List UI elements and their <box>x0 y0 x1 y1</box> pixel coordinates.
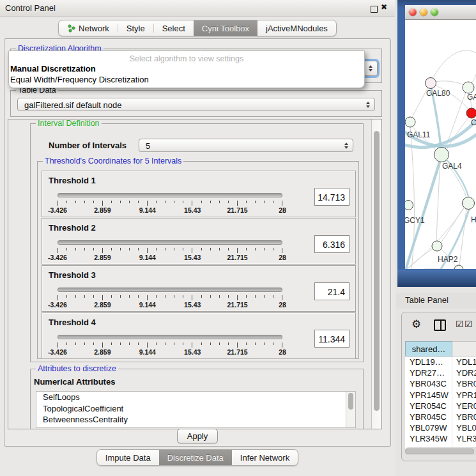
table-row[interactable]: YBR043CYBR0 <box>405 378 476 389</box>
table-row[interactable]: YPR145WYPR1 <box>405 390 476 401</box>
network-edge[interactable] <box>459 209 466 266</box>
network-node-gcy1[interactable] <box>405 201 413 210</box>
threshold-2-slider[interactable]: -3.4262.8599.14415.4321.71528 <box>58 240 282 262</box>
float-window-icon[interactable] <box>371 6 378 13</box>
attribute-list-item[interactable]: BetweennessCentrality <box>36 414 355 426</box>
threshold-1-slider[interactable]: -3.4262.8599.14415.4321.71528 <box>58 193 282 215</box>
zoom-traffic-light-icon[interactable] <box>431 8 438 16</box>
tick-label: 15.43 <box>184 254 201 261</box>
control-panel-titlebar: Control Panel ✖ <box>0 0 395 17</box>
column-header-name[interactable]: na <box>452 341 476 357</box>
table-cell-name[interactable]: YDL1 <box>452 357 476 367</box>
tick-mark <box>75 248 76 250</box>
network-node-h[interactable] <box>463 197 475 210</box>
table-row[interactable]: YLR345WYLR3 <box>405 433 476 444</box>
threshold-1-value-field[interactable]: 14.713 <box>314 188 349 206</box>
tick-mark <box>66 342 67 345</box>
table-cell-name[interactable]: YDR2 <box>452 367 476 378</box>
tick-mark <box>174 295 174 298</box>
table-cell-shared-name[interactable]: YBL079W <box>405 422 452 433</box>
table-cell-shared-name[interactable]: YDL19… <box>405 357 452 367</box>
number-of-intervals-select[interactable]: 5 <box>139 139 353 152</box>
slider-thumb[interactable] <box>158 331 168 342</box>
tick-mark <box>84 295 85 298</box>
network-node-label: H <box>471 215 476 224</box>
network-node[interactable] <box>454 265 463 269</box>
slider-thumb[interactable] <box>183 189 192 200</box>
tick-mark <box>120 342 121 345</box>
attribute-list-item[interactable]: TopologicalCoefficient <box>36 403 355 415</box>
network-node-gal11[interactable] <box>405 117 415 127</box>
table-cell-name[interactable]: YBR0 <box>452 378 476 389</box>
network-edge-thick[interactable] <box>406 162 440 268</box>
tab-style[interactable]: Style <box>118 20 153 36</box>
tab-infer-network[interactable]: Infer Network <box>232 450 298 465</box>
threshold-2-panel: Threshold 2 -3.4262.8599.14415.4321.7152… <box>42 218 356 265</box>
apply-button[interactable]: Apply <box>177 429 218 443</box>
dropdown-hint-item[interactable]: Select algorithm to view settings <box>9 51 364 63</box>
table-row[interactable]: YBL079WYBL0 <box>405 422 476 433</box>
dropdown-item-manual-discretization[interactable]: Manual Discretization <box>9 63 364 74</box>
threshold-3-value-field[interactable]: 21.4 <box>314 282 349 300</box>
minimize-traffic-light-icon[interactable] <box>420 8 427 16</box>
table-cell-name[interactable]: YBL0 <box>452 422 476 433</box>
close-traffic-light-icon[interactable] <box>409 8 417 16</box>
tick-mark <box>273 201 273 203</box>
tab-discretize-data[interactable]: Discretize Data <box>159 450 232 465</box>
slider-thumb[interactable] <box>123 236 132 247</box>
tick-label: 28 <box>279 206 286 214</box>
gear-icon[interactable]: ⚙ <box>411 318 421 330</box>
network-edge[interactable] <box>431 50 476 83</box>
table-row[interactable]: YBR045CYBR0 <box>405 411 476 422</box>
tick-mark <box>282 248 282 253</box>
tab-select[interactable]: Select <box>154 20 194 36</box>
table-row[interactable]: YER054CYER0 <box>405 401 476 411</box>
table-cell-shared-name[interactable]: YLR345W <box>405 433 452 444</box>
columns-icon[interactable] <box>434 319 446 331</box>
network-edge[interactable] <box>441 208 464 243</box>
table-data-select[interactable]: galFiltered.sif default node <box>17 98 375 111</box>
table-cell-shared-name[interactable]: YBR045C <box>405 411 452 422</box>
attributes-group: Attributes to discretize Numerical Attri… <box>30 369 364 429</box>
tick-label: -3.426 <box>48 254 67 261</box>
tick-mark <box>210 248 211 250</box>
table-cell-shared-name[interactable]: YBR043C <box>405 378 452 389</box>
table-horizontal-scrollbar[interactable] <box>404 447 476 455</box>
table-cell-shared-name[interactable]: YPR145W <box>405 390 452 401</box>
table-row[interactable]: YDL19…YDL1 <box>405 357 476 367</box>
network-node-c[interactable] <box>466 108 476 118</box>
attributes-list-scrollbar[interactable] <box>346 392 355 427</box>
close-icon[interactable]: ✖ <box>381 3 387 12</box>
threshold-3-slider[interactable]: -3.4262.8599.14415.4321.71528 <box>58 288 282 309</box>
network-node-gal4[interactable] <box>434 148 449 162</box>
threshold-2-value-field[interactable]: 6.316 <box>314 235 349 253</box>
table-cell-name[interactable]: YER0 <box>452 401 476 411</box>
dropdown-item-equal-width-frequency[interactable]: Equal Width/Frequency Discretization <box>9 74 364 85</box>
tab-cyni-toolbox[interactable]: Cyni Toolbox <box>194 20 257 36</box>
table-cell-name[interactable]: YPR1 <box>452 390 476 401</box>
table-cell-name[interactable]: YLR3 <box>452 433 476 444</box>
numerical-attributes-list[interactable]: SelfLoopsTopologicalCoefficientBetweenne… <box>36 391 356 428</box>
settings-vertical-scrollbar[interactable] <box>371 119 381 429</box>
interval-definition-label: Interval Definition <box>36 119 102 128</box>
table-cell-shared-name[interactable]: YDR27… <box>405 367 452 378</box>
network-node-hap2[interactable] <box>432 241 442 251</box>
checkbox-icon[interactable]: ☑ <box>464 319 473 329</box>
tab-jactivemnodules[interactable]: jActiveMNodules <box>257 20 336 36</box>
network-canvas[interactable]: GAL80GACGAL11GAL4GCY1HHAP2 <box>405 20 476 269</box>
attribute-list-item[interactable]: SelfLoops <box>36 392 355 403</box>
tick-label: 15.43 <box>184 348 201 356</box>
table-cell-name[interactable]: YBR0 <box>452 411 476 422</box>
network-node-gal80[interactable] <box>426 78 436 89</box>
table-cell-shared-name[interactable]: YER054C <box>405 401 452 411</box>
threshold-4-slider[interactable]: -3.4262.8599.14415.4321.71528 <box>58 335 282 357</box>
tab-impute-data[interactable]: Impute Data <box>97 450 159 465</box>
column-header-shared[interactable]: shared… <box>405 341 452 357</box>
tab-network[interactable]: Network <box>59 20 118 36</box>
slider-thumb[interactable] <box>231 284 240 295</box>
threshold-4-value-field[interactable]: 11.344 <box>314 330 349 348</box>
checkbox-icon[interactable]: ☑ <box>456 319 464 329</box>
top-tab-row: Network Style Select Cyni Toolbox jActiv… <box>0 20 395 36</box>
table-row[interactable]: YDR27…YDR2 <box>405 367 476 378</box>
network-node-ga[interactable] <box>463 82 474 93</box>
